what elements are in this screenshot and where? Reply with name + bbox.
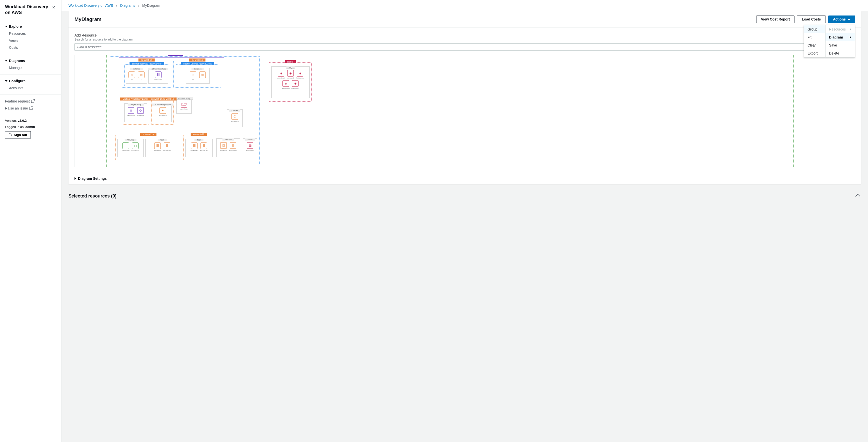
load-costs-button[interactable]: Load Costs (797, 15, 826, 23)
ec2-icon: ◎ (199, 71, 206, 78)
nav-group-header-diagrams[interactable]: Diagrams (0, 57, 61, 64)
resource-sg[interactable]: SecurityGroup Security Groupecs-refarch.… (177, 97, 191, 114)
dropdown-item-save[interactable]: Save (826, 41, 855, 49)
dropdown-item-delete[interactable]: Delete (826, 49, 855, 57)
resource-task[interactable]: Task ☰arn:aws:ecs... ☰arn:aws:ecs... (186, 139, 213, 157)
global-group[interactable]: global Tag ◈aws-cloudfor... ◈aws-cloudfo… (269, 63, 312, 101)
breadcrumb-separator: › (138, 3, 139, 7)
tag-icon: ◈ (278, 70, 284, 76)
resource-task[interactable]: Task ☰arn:aws:ecs... ☰arn:aws:ecs... (146, 139, 179, 157)
multi-az-group[interactable]: Multiple Availability Zones TargetGroup … (122, 100, 149, 125)
close-sidebar-icon[interactable]: ✕ (51, 4, 56, 11)
link-feature-request[interactable]: Feature request (0, 98, 61, 105)
box-title: Instance (191, 68, 204, 70)
find-resource-input[interactable]: Find a resource ▼ (74, 43, 855, 51)
nav-item-resources[interactable]: Resources (0, 30, 61, 37)
nav-group-explore: Explore Resources Views Costs (0, 20, 61, 54)
box-title: TargetGroup (128, 103, 144, 106)
icon-caption: feature-ecs-ref... (296, 77, 304, 79)
dropdown-label: Clear (807, 43, 816, 47)
diagram-settings-label: Diagram Settings (78, 177, 107, 181)
dropdown-label: Resources (829, 27, 846, 31)
dropdown-item-fit[interactable]: Fit (804, 33, 825, 41)
nav-item-views[interactable]: Views (0, 37, 61, 44)
subnet-group-2[interactable]: subnet-05b78a71606d218fa Instance ◎T2 ◎T… (176, 64, 219, 86)
az-group-1a[interactable]: eu-west-1a subnet-05e96e3726005b4e8f Ins… (122, 61, 171, 88)
nav-item-accounts[interactable]: Accounts (0, 85, 61, 92)
nav-group-configure: Configure Accounts (0, 74, 61, 95)
icon-caption: T2 (189, 79, 197, 80)
dropdown-item-clear[interactable]: Clear (804, 41, 825, 49)
external-link-icon (31, 100, 34, 103)
box-title: Stack (245, 138, 255, 141)
chevron-up-icon[interactable] (855, 194, 860, 199)
dropdown-item-group[interactable]: Group (804, 25, 825, 33)
page-header: MyDiagram View Cost Report Load Costs Ac… (68, 11, 861, 28)
subnet-group-1[interactable]: subnet-05e96e3726005b4e8f Instance ◎T2 ◎… (124, 64, 169, 86)
tag-icon: ◈ (292, 80, 299, 87)
resource-tg[interactable]: TargetGroup ⊚targetgroup/... ⊚targetgrou… (124, 103, 147, 122)
breadcrumb-separator: › (116, 3, 117, 7)
resource-cluster[interactable]: Cluster ⬡ecs-refarch... (227, 109, 243, 127)
az-bottom-1b[interactable]: eu-west-1b Task ☰arn:aws:ecs... ☰arn:aws… (183, 135, 214, 160)
dropdown-label: Fit (807, 35, 811, 39)
az-bottom-1a[interactable]: eu-west-1a Volume ▢vol-0679d94... ▢vol-0… (115, 135, 181, 160)
resource-instance[interactable]: Instance ◎T2 ◎T2 (186, 68, 210, 84)
version-value: v2.0.2 (18, 119, 27, 123)
version-prefix: Version: (5, 119, 18, 123)
eni-icon: ☷ (155, 71, 161, 78)
caret-down-icon (5, 80, 7, 82)
vpc-zone[interactable]: eu-west-1a subnet-05e96e3726005b4e8f Ins… (119, 58, 224, 131)
icon-caption: ecs-refarch... (231, 121, 239, 122)
icon-caption: aws-cloudfor... (277, 77, 285, 79)
signout-button[interactable]: Sign out (5, 131, 31, 138)
breadcrumb-link-diagrams[interactable]: Diagrams (120, 3, 135, 7)
sidebar: Workload Discovery on AWS ✕ Explore Reso… (0, 0, 62, 442)
main: Workload Discovery on AWS › Diagrams › M… (62, 0, 868, 442)
az-pair-group[interactable]: eu-west-1a,eu-west-1b AutoScalingGroup ✦… (152, 100, 174, 125)
task-icon: ☰ (164, 143, 170, 149)
resource-stack[interactable]: Stack ▦ecs-refarch... (243, 138, 257, 157)
nav-item-manage[interactable]: Manage (0, 64, 61, 71)
actions-button[interactable]: Actions (828, 15, 855, 23)
resource-service[interactable]: Service ☲ecs-refarch... ☲ecs-refarch... (216, 138, 240, 157)
breadcrumb-link-root[interactable]: Workload Discovery on AWS (68, 3, 113, 7)
link-label: Raise an issue (5, 106, 28, 110)
selected-resources-bar[interactable]: Selected resources (0) (68, 190, 861, 202)
icon-caption: vol-0679d94... (122, 150, 129, 151)
resource-volume[interactable]: Volume ▢vol-0679d94... ▢vol-0af62fc8... (118, 139, 144, 157)
caret-right-icon (850, 36, 851, 38)
nav-group-header-explore[interactable]: Explore (0, 23, 61, 30)
login-prefix: Logged in as: (5, 125, 26, 129)
ec2-icon: ◎ (128, 71, 135, 78)
sg-icon: Security Group (181, 101, 187, 107)
dropdown-item-export[interactable]: Export (804, 49, 825, 57)
diagram-canvas[interactable]: eu-west-1a subnet-05e96e3726005b4e8f Ins… (74, 55, 855, 167)
az-group-1b[interactable]: eu-west-1b subnet-05b78a71606d218fa Inst… (174, 61, 221, 88)
dropdown-item-resources: Resources (826, 25, 855, 33)
icon-caption: arn:aws:ecs... (163, 150, 171, 151)
selection-indicator (168, 55, 183, 56)
region-guide (103, 55, 107, 167)
dropdown-label: Export (807, 51, 817, 55)
caret-right-icon (74, 177, 76, 180)
link-raise-issue[interactable]: Raise an issue (0, 105, 61, 112)
header-actions: View Cost Report Load Costs Actions Grou… (756, 15, 855, 23)
sidebar-footer: Version: v2.0.2 Logged in as: admin Sign… (0, 115, 61, 143)
diagram-settings-toggle[interactable]: Diagram Settings (68, 173, 861, 184)
view-cost-report-button[interactable]: View Cost Report (756, 15, 795, 23)
resource-nic[interactable]: NetworkInterface ☷eni-0c1a6d3... (149, 68, 168, 84)
box-title: AutoScalingGroup (152, 103, 174, 106)
resource-instance[interactable]: Instance ◎T2 ◎T2 (126, 68, 147, 84)
nav-item-costs[interactable]: Costs (0, 44, 61, 51)
az-pair-label: eu-west-1a,eu-west-1b (149, 97, 177, 100)
resource-tag[interactable]: Tag ◈aws-cloudfor... ◈aws-cloudfor... ◈f… (272, 66, 310, 98)
az-label: eu-west-1a (140, 133, 156, 136)
volume-icon: ▢ (123, 143, 129, 149)
nav-group-header-configure[interactable]: Configure (0, 77, 61, 85)
tg-icon: ⊚ (128, 107, 134, 114)
nav-group-label: Configure (9, 79, 26, 83)
dropdown-item-diagram[interactable]: Diagram (826, 33, 855, 41)
resource-asg[interactable]: AutoScalingGroup ✦ecs-refarch... (154, 103, 172, 122)
box-title: SecurityGroup (175, 97, 193, 100)
